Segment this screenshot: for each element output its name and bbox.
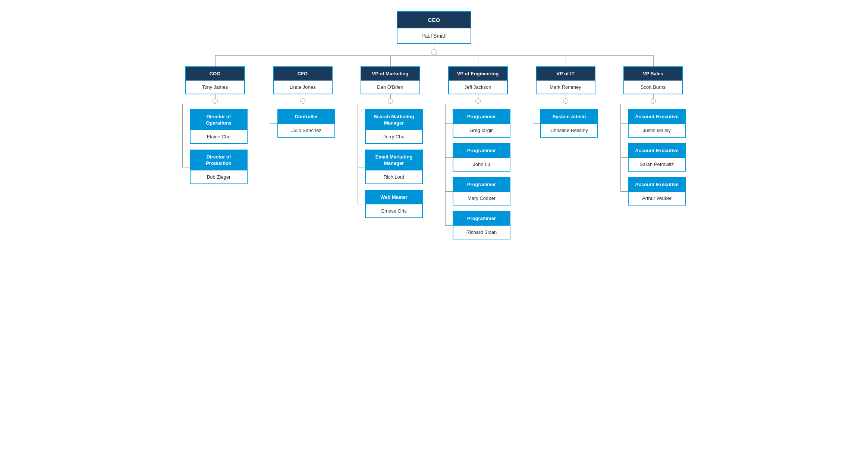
child-title-vp-engineering-3: Programmer bbox=[453, 212, 510, 226]
child-name-vp-engineering-0: Greg Iargin bbox=[453, 124, 510, 137]
child-name-coo-1: Bob Zieger bbox=[191, 170, 247, 183]
child-title-vp-sales-1: Account Executive bbox=[629, 144, 685, 158]
l2-node-wrap-cfo: CFOLinda Jones−ControllerJulio Sanchez bbox=[270, 66, 335, 138]
child-row-vp-marketing-2: Web MasterEmese Gris bbox=[365, 190, 423, 218]
sub-collapse-vp-marketing[interactable]: − bbox=[388, 98, 393, 104]
vp-name-vp-it: Mark Rommey bbox=[537, 81, 595, 94]
child-name-vp-marketing-0: Jerry Chu bbox=[366, 130, 422, 143]
l2-horizontal-line bbox=[215, 55, 653, 56]
sub-collapse-vp-it[interactable]: − bbox=[563, 98, 568, 104]
child-title-vp-it-0: System Admin bbox=[541, 110, 597, 124]
sub-collapse-coo[interactable]: − bbox=[213, 98, 218, 104]
child-node-cfo-0: ControllerJulio Sanchez bbox=[277, 109, 335, 138]
vp-node-vp-sales: VP SalesScott Burns bbox=[623, 66, 683, 95]
sub-connector-vp-it: − bbox=[533, 94, 598, 104]
l2-node-wrap-vp-engineering: VP of EngineeringJeff Jackson−Programmer… bbox=[445, 66, 510, 239]
ceo-connector: − bbox=[7, 44, 861, 55]
child-row-coo-1: Director of ProductionBob Zieger bbox=[190, 150, 248, 184]
child-row-vp-sales-2: Account ExecutiveArthur Walker bbox=[628, 177, 686, 205]
child-row-vp-sales-1: Account ExecutiveSarah Petrawitz bbox=[628, 143, 686, 172]
child-title-vp-marketing-2: Web Master bbox=[366, 191, 422, 204]
vp-name-vp-sales: Scott Burns bbox=[624, 81, 682, 94]
child-row-vp-engineering-0: ProgrammerGreg Iargin bbox=[453, 109, 510, 138]
child-row-vp-engineering-1: ProgrammerJohn Lu bbox=[453, 143, 510, 172]
child-title-vp-engineering-1: Programmer bbox=[453, 144, 510, 158]
l2-col-vp-engineering: VP of EngineeringJeff Jackson−Programmer… bbox=[434, 55, 522, 239]
l2-node-wrap-vp-sales: VP SalesScott Burns−Account ExecutiveJus… bbox=[620, 66, 686, 206]
l2-node-wrap-vp-it: VP of ITMark Rommey−System AdminChristin… bbox=[533, 66, 598, 138]
child-node-vp-engineering-3: ProgrammerRichard Sloan bbox=[453, 211, 510, 239]
child-name-vp-sales-1: Sarah Petrawitz bbox=[629, 158, 685, 171]
l2-col-coo: COOTony James−Director of OperationsElai… bbox=[171, 55, 259, 239]
vp-title-coo: COO bbox=[186, 67, 244, 81]
sub-connector-vp-engineering: − bbox=[445, 94, 510, 104]
child-node-vp-engineering-0: ProgrammerGreg Iargin bbox=[453, 109, 510, 138]
vp-title-vp-sales: VP Sales bbox=[624, 67, 682, 81]
ceo-collapse-icon[interactable]: − bbox=[431, 49, 437, 55]
l2-row: COOTony James−Director of OperationsElai… bbox=[7, 55, 861, 239]
vp-name-cfo: Linda Jones bbox=[274, 81, 332, 94]
child-name-vp-engineering-3: Richard Sloan bbox=[453, 226, 510, 239]
vp-name-coo: Tony James bbox=[186, 81, 244, 94]
vp-title-cfo: CFO bbox=[274, 67, 332, 81]
vp-name-vp-marketing: Dan O'Brien bbox=[361, 81, 419, 94]
sub-collapse-vp-engineering[interactable]: − bbox=[475, 98, 481, 104]
child-title-vp-engineering-0: Programmer bbox=[453, 110, 510, 124]
child-node-coo-1: Director of ProductionBob Zieger bbox=[190, 150, 248, 184]
vp-title-vp-engineering: VP of Engineering bbox=[449, 67, 507, 81]
child-row-vp-marketing-0: Search Marketing ManagerJerry Chu bbox=[365, 109, 423, 144]
child-row-vp-engineering-3: ProgrammerRichard Sloan bbox=[453, 211, 510, 239]
child-node-vp-marketing-2: Web MasterEmese Gris bbox=[365, 190, 423, 218]
child-node-vp-engineering-2: ProgrammerMary Cooper bbox=[453, 177, 510, 205]
child-name-vp-engineering-1: John Lu bbox=[453, 158, 510, 171]
child-node-vp-it-0: System AdminChristine Bellamy bbox=[540, 109, 598, 138]
child-name-vp-sales-2: Arthur Walker bbox=[629, 192, 685, 205]
child-row-vp-it-0: System AdminChristine Bellamy bbox=[540, 109, 598, 138]
child-name-cfo-0: Julio Sanchez bbox=[278, 124, 334, 137]
child-node-vp-sales-0: Account ExecutiveJustin Malley bbox=[628, 109, 686, 138]
child-node-coo-0: Director of OperationsElaine Cho bbox=[190, 109, 248, 144]
child-node-vp-engineering-1: ProgrammerJohn Lu bbox=[453, 143, 510, 172]
vp-title-vp-marketing: VP of Marketing bbox=[361, 67, 419, 81]
sub-connector-vp-marketing: − bbox=[358, 94, 423, 104]
child-name-coo-0: Elaine Cho bbox=[191, 130, 247, 143]
child-title-cfo-0: Controller bbox=[278, 110, 334, 124]
child-node-vp-marketing-0: Search Marketing ManagerJerry Chu bbox=[365, 109, 423, 144]
child-row-cfo-0: ControllerJulio Sanchez bbox=[277, 109, 335, 138]
l2-col-vp-sales: VP SalesScott Burns−Account ExecutiveJus… bbox=[609, 55, 697, 239]
children-vp-marketing: Search Marketing ManagerJerry ChuEmail M… bbox=[358, 104, 423, 218]
child-node-vp-sales-1: Account ExecutiveSarah Petrawitz bbox=[628, 143, 686, 172]
child-node-vp-sales-2: Account ExecutiveArthur Walker bbox=[628, 177, 686, 205]
sub-collapse-cfo[interactable]: − bbox=[300, 98, 305, 104]
l2-node-wrap-coo: COOTony James−Director of OperationsElai… bbox=[182, 66, 248, 184]
child-name-vp-engineering-2: Mary Cooper bbox=[453, 192, 510, 205]
org-chart: CEO Paul Smith − COOTony James−Director … bbox=[0, 0, 868, 251]
child-name-vp-marketing-1: Rich Lord bbox=[366, 170, 422, 183]
vp-node-vp-marketing: VP of MarketingDan O'Brien bbox=[361, 66, 420, 95]
child-title-vp-marketing-0: Search Marketing Manager bbox=[366, 110, 422, 130]
children-vp-engineering: ProgrammerGreg IarginProgrammerJohn LuPr… bbox=[445, 104, 510, 239]
child-row-vp-engineering-2: ProgrammerMary Cooper bbox=[453, 177, 510, 205]
vp-node-coo: COOTony James bbox=[185, 66, 245, 95]
child-title-vp-sales-2: Account Executive bbox=[629, 178, 685, 192]
children-vp-it: System AdminChristine Bellamy bbox=[533, 104, 598, 138]
sub-connector-vp-sales: − bbox=[620, 94, 686, 104]
child-node-vp-marketing-1: Email Marketing ManagerRich Lord bbox=[365, 150, 423, 184]
ceo-node: CEO Paul Smith bbox=[397, 11, 471, 44]
vp-name-vp-engineering: Jeff Jackson bbox=[449, 81, 507, 94]
child-title-vp-sales-0: Account Executive bbox=[629, 110, 685, 124]
children-cfo: ControllerJulio Sanchez bbox=[270, 104, 335, 138]
children-coo: Director of OperationsElaine ChoDirector… bbox=[182, 104, 248, 184]
child-row-vp-sales-0: Account ExecutiveJustin Malley bbox=[628, 109, 686, 138]
child-title-vp-engineering-2: Programmer bbox=[453, 178, 510, 192]
child-title-coo-1: Director of Production bbox=[191, 150, 247, 170]
vp-node-vp-engineering: VP of EngineeringJeff Jackson bbox=[448, 66, 508, 95]
child-title-vp-marketing-1: Email Marketing Manager bbox=[366, 150, 422, 170]
child-name-vp-it-0: Christine Bellamy bbox=[541, 124, 597, 137]
l2-node-wrap-vp-marketing: VP of MarketingDan O'Brien−Search Market… bbox=[358, 66, 423, 218]
children-vp-sales: Account ExecutiveJustin MalleyAccount Ex… bbox=[620, 104, 686, 205]
sub-collapse-vp-sales[interactable]: − bbox=[651, 98, 656, 104]
l2-col-cfo: CFOLinda Jones−ControllerJulio Sanchez bbox=[259, 55, 346, 239]
ceo-level: CEO Paul Smith bbox=[7, 11, 861, 44]
vp-title-vp-it: VP of IT bbox=[537, 67, 595, 81]
